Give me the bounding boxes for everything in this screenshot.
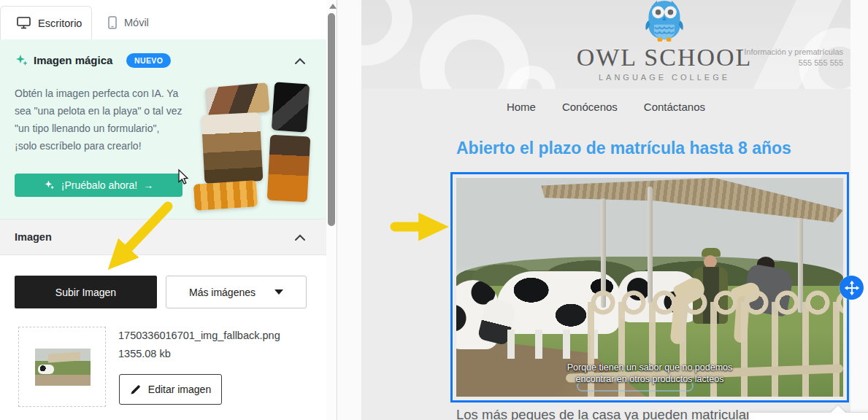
nav-home[interactable]: Home — [507, 101, 536, 113]
edit-image-label: Editar imagen — [148, 384, 211, 395]
more-images-button[interactable]: Más imágenes — [166, 276, 307, 308]
pencil-icon — [130, 384, 141, 395]
site-logo[interactable]: OWL SCHOOL LANGUAGE COLLEGE — [548, 0, 781, 82]
tab-mobile-label: Móvil — [124, 17, 149, 28]
tab-desktop[interactable]: Escritorio — [0, 6, 92, 39]
new-badge: NUEVO — [126, 53, 171, 68]
try-it-now-button[interactable]: ¡Pruébalo ahora! → — [15, 174, 183, 197]
sparkles-icon — [44, 179, 55, 191]
magic-image-section: Imagen mágica NUEVO Obtén la imagen perf… — [0, 39, 326, 219]
ai-sample-photo — [267, 135, 311, 203]
move-icon — [844, 280, 860, 296]
selected-image[interactable]: Porque tienen un sabor que no podemos en… — [450, 172, 849, 402]
ai-sample-photo — [204, 82, 269, 117]
shelter-pole — [648, 187, 653, 303]
sparkles-icon — [15, 53, 29, 68]
ai-sample-photo — [201, 112, 264, 184]
caret-down-icon — [274, 289, 283, 295]
upload-image-button[interactable]: Subir Imagen — [15, 276, 157, 308]
edit-image-button[interactable]: Editar imagen — [119, 374, 222, 405]
contact-line1: Información y prematrículas — [744, 47, 843, 58]
scrollbar-up-arrow[interactable] — [329, 4, 337, 9]
more-images-label: Más imágenes — [189, 287, 256, 298]
arrow-right-icon: → — [143, 179, 153, 191]
magic-image-title: Imagen mágica — [34, 54, 112, 66]
editor-window: Escritorio Móvil Imagen mágica NUEVO — [0, 0, 868, 420]
magic-image-header[interactable]: Imagen mágica NUEVO — [0, 50, 326, 73]
current-image-box[interactable] — [18, 327, 106, 407]
site-nav: Home Conócenos Contáctanos — [361, 101, 850, 113]
image-section-header[interactable]: Imagen — [0, 219, 326, 255]
magic-image-description: Obtén la imagen perfecta con IA. Ya sea … — [15, 85, 184, 155]
banner-decoration — [361, 0, 412, 66]
page-heading: Abierto el plazo de matrícula hasta 8 añ… — [456, 139, 791, 158]
tooltip-box — [748, 412, 868, 420]
monitor-icon — [17, 17, 31, 29]
cow-feeding-photo: Porque tienen un sabor que no podemos en… — [456, 178, 843, 397]
nav-conocenos[interactable]: Conócenos — [562, 101, 618, 113]
move-handle[interactable] — [840, 276, 864, 300]
editor-sidebar: Escritorio Móvil Imagen mágica NUEVO — [0, 0, 326, 420]
try-it-now-label: ¡Pruébalo ahora! — [61, 179, 137, 191]
chevron-up-icon[interactable] — [294, 58, 306, 65]
file-name: 1750336016701_img_fallback.png — [118, 330, 315, 341]
site-banner: OWL SCHOOL LANGUAGE COLLEGE Información … — [361, 0, 850, 89]
photo-shelter-roof — [522, 178, 843, 254]
site-page: OWL SCHOOL LANGUAGE COLLEGE Información … — [361, 0, 850, 420]
ai-sample-photo — [193, 180, 258, 211]
current-image-thumbnail — [35, 349, 91, 386]
file-size: 1355.08 kb — [118, 348, 171, 359]
device-tabbar: Escritorio Móvil — [0, 0, 326, 39]
ai-sample-photo — [272, 82, 310, 132]
tab-mobile[interactable]: Móvil — [92, 6, 165, 39]
smartphone-icon — [108, 16, 117, 29]
photo-caption: Porque tienen un sabor que no podemos en… — [456, 362, 843, 385]
site-preview: OWL SCHOOL LANGUAGE COLLEGE Información … — [338, 0, 868, 420]
tab-desktop-label: Escritorio — [38, 18, 82, 29]
image-section-title: Imagen — [15, 231, 52, 243]
contact-info: Información y prematrículas 555 555 555 — [744, 47, 843, 69]
caption-line1: Porque tienen un sabor que no podemos — [456, 362, 843, 373]
nav-contactanos[interactable]: Contáctanos — [644, 101, 705, 113]
ai-sample-collage — [188, 83, 316, 214]
school-subtitle: LANGUAGE COLLEGE — [548, 73, 781, 82]
contact-phone: 555 555 555 — [744, 58, 843, 69]
owl-logo-icon — [640, 0, 688, 42]
scrollbar-thumb[interactable] — [328, 13, 335, 226]
chevron-up-icon[interactable] — [294, 234, 306, 241]
caption-line2: encontrar en otros productos lácteos — [456, 373, 843, 385]
